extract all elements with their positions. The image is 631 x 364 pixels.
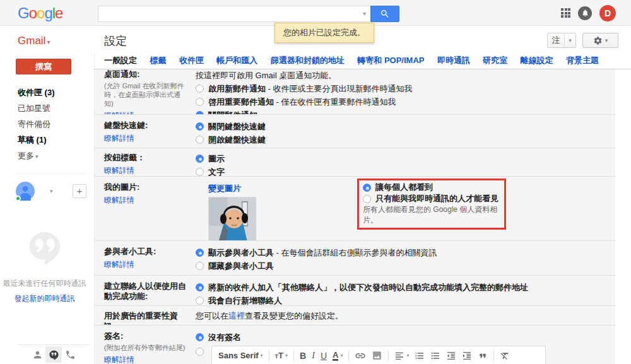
contacts-tab-icon[interactable] — [29, 346, 45, 363]
tab-labs[interactable]: 研究室 — [483, 54, 507, 68]
radio-button[interactable] — [196, 296, 204, 305]
radio-button[interactable] — [196, 348, 204, 356]
tab-accounts-import[interactable]: 帳戶和匯入 — [216, 54, 257, 68]
signature-editor[interactable]: Sans Serif TT B I U A — [211, 346, 546, 364]
learn-more-link[interactable]: 瞭解詳情 — [104, 165, 134, 176]
top-bar: Google D — [0, 0, 631, 26]
gmail-menu[interactable]: Gmail — [18, 35, 50, 47]
font-family-dropdown[interactable]: Sans Serif — [218, 351, 263, 360]
radio-option[interactable]: 顯示參與者小工具 - 在每個會話群組右側顯示參與者的相關資訊 — [196, 247, 609, 259]
learn-more-link[interactable]: 瞭解詳情 — [104, 110, 134, 115]
apps-grid-icon[interactable] — [561, 8, 570, 18]
photo-set-tooltip: 您的相片已設定完成。 — [274, 23, 374, 43]
caret-down-icon — [605, 37, 608, 44]
sidebar-item-sent[interactable]: 寄件備份 — [0, 116, 94, 132]
ads-preferences-link[interactable]: 這裡 — [228, 311, 245, 320]
account-avatar[interactable]: D — [599, 5, 616, 21]
indent-icon[interactable] — [462, 351, 472, 361]
sidebar-item-more[interactable]: 更多 — [0, 148, 94, 165]
tab-themes[interactable]: 背景主題 — [566, 54, 599, 68]
radio-option[interactable]: 開啟鍵盤快速鍵 — [196, 134, 609, 146]
learn-more-link[interactable]: 瞭解詳情 — [104, 133, 134, 144]
radio-option[interactable]: 隱藏參與者小工具 — [196, 260, 609, 272]
settings-gear-button[interactable] — [582, 33, 618, 48]
caret-down-icon[interactable] — [565, 33, 575, 47]
learn-more-link[interactable]: 瞭解詳情 — [104, 195, 134, 206]
tab-general[interactable]: 一般設定 — [104, 54, 137, 68]
ordered-list-icon[interactable] — [415, 351, 425, 361]
start-chat-link[interactable]: 發起新的即時通訊 — [15, 293, 75, 304]
search-button[interactable] — [370, 6, 399, 22]
tab-inbox[interactable]: 收件匣 — [179, 54, 204, 68]
remove-formatting-icon[interactable] — [500, 351, 510, 361]
text-color-dropdown[interactable]: A — [333, 351, 343, 361]
radio-option[interactable]: 啟用新郵件通知 - 收件匣或主要分頁出現新郵件時通知我 — [196, 83, 609, 95]
input-method-button[interactable]: 注 — [547, 33, 576, 48]
tab-labels[interactable]: 標籤 — [150, 54, 166, 68]
add-contact-button[interactable] — [73, 184, 86, 198]
tab-offline[interactable]: 離線設定 — [521, 54, 553, 68]
change-picture-link[interactable]: 變更圖片 — [208, 184, 241, 193]
align-dropdown[interactable] — [394, 351, 409, 361]
chat-self-avatar[interactable] — [16, 182, 35, 201]
compose-button[interactable]: 撰寫 — [16, 59, 71, 74]
radio-button[interactable] — [196, 98, 204, 106]
setting-label: 參與者小工具: — [104, 247, 188, 257]
search-options-caret-icon[interactable] — [363, 10, 366, 17]
sidebar-item-drafts[interactable]: 草稿 (1) — [0, 132, 94, 148]
learn-more-link[interactable]: 瞭解詳情 — [104, 259, 134, 270]
sidebar-item-inbox[interactable]: 收件匣 (3) — [0, 85, 94, 100]
radio-option[interactable]: 圖示 — [196, 153, 609, 165]
insert-link-icon[interactable] — [355, 350, 366, 361]
radio-button[interactable] — [196, 333, 204, 341]
radio-option[interactable]: 關閉郵件通知 — [196, 109, 609, 115]
outdent-icon[interactable] — [446, 351, 456, 361]
radio-option[interactable]: 文字 — [196, 166, 609, 177]
tab-filters-blocked[interactable]: 篩選器和封鎖的地址 — [271, 54, 345, 68]
setting-label: 建立聯絡人以便使用自動完成功能: — [104, 281, 188, 302]
phone-tab-icon[interactable] — [62, 346, 78, 363]
radio-button[interactable] — [196, 155, 204, 163]
radio-button[interactable] — [363, 184, 371, 192]
row-people-widget: 參與者小工具: 瞭解詳情 顯示參與者小工具 - 在每個會話群組右側顯示參與者的相… — [95, 241, 615, 276]
quote-icon[interactable] — [478, 351, 488, 361]
radio-option[interactable]: 只有能與我即時通訊的人才能看見 — [363, 193, 500, 204]
radio-button[interactable] — [196, 168, 204, 176]
notifications-bell-icon[interactable] — [578, 6, 592, 20]
radio-button[interactable] — [196, 136, 204, 144]
caret-down-icon — [340, 353, 343, 358]
radio-option[interactable]: 關閉鍵盤快速鍵 — [196, 120, 609, 132]
search-input[interactable] — [98, 6, 370, 21]
row-ads-info: 用於廣告的重要性資訊: 您可以在這裡查看及變更您的偏好設定。 — [95, 306, 615, 326]
setting-label: 桌面通知: — [104, 69, 188, 79]
tab-forwarding-pop-imap[interactable]: 轉寄和 POP/IMAP — [357, 54, 424, 68]
enable-desktop-notifications-link[interactable]: 按這裡即可啟用 Gmail 桌面通知功能。 — [196, 69, 336, 81]
italic-icon[interactable]: I — [312, 351, 315, 361]
radio-button[interactable] — [363, 195, 371, 203]
radio-option[interactable]: 讓每個人都看到 — [363, 182, 500, 193]
tab-chat[interactable]: 即時通訊 — [437, 54, 470, 68]
caret-down-icon — [285, 353, 288, 358]
learn-more-link[interactable]: 瞭解詳情 — [104, 355, 134, 364]
unordered-list-icon[interactable] — [430, 351, 440, 361]
radio-button[interactable] — [196, 249, 204, 257]
sidebar-item-starred[interactable]: 已加星號 — [0, 100, 94, 116]
radio-option[interactable]: 啓用重要郵件通知 - 僅在收件匣有重要郵件時通知我 — [196, 96, 609, 108]
radio-button[interactable] — [196, 283, 204, 291]
caret-down-icon — [406, 353, 409, 358]
underline-icon[interactable]: U — [321, 351, 327, 361]
radio-button[interactable] — [196, 262, 204, 270]
radio-button[interactable] — [196, 85, 204, 93]
radio-button[interactable] — [196, 122, 204, 131]
bold-icon[interactable]: B — [300, 351, 306, 361]
row-button-labels: 按鈕標籤： 瞭解詳情 圖示 文字 — [95, 148, 615, 177]
font-size-dropdown[interactable]: TT — [275, 351, 288, 360]
radio-option[interactable]: 將新的收件人加入「其他聯絡人」，以便下次發信時以自動完成功能填入完整的郵件地址 — [196, 281, 609, 293]
hangouts-tab-icon[interactable] — [45, 346, 62, 363]
status-caret-icon[interactable] — [50, 188, 53, 194]
setting-label: 鍵盤快速鍵: — [104, 120, 188, 131]
radio-option[interactable]: 沒有簽名 — [196, 331, 609, 343]
google-logo[interactable]: Google — [18, 4, 62, 22]
radio-option[interactable]: 我會自行新增聯絡人 — [196, 295, 609, 306]
insert-image-icon[interactable] — [372, 350, 382, 361]
